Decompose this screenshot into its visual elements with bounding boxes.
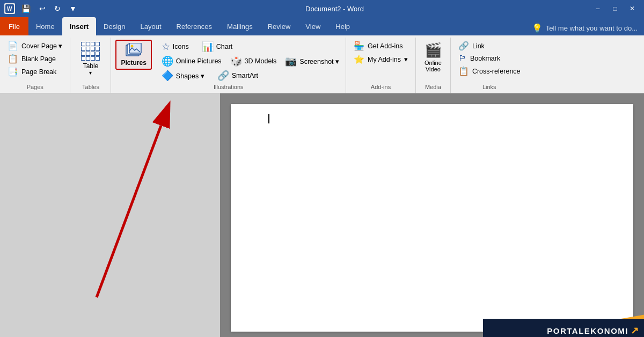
my-addins-label: My Add-ins [368, 56, 401, 63]
tab-home[interactable]: Home [28, 17, 62, 35]
tab-help[interactable]: Help [328, 17, 357, 35]
online-video-button[interactable]: 🎬 OnlineVideo [420, 40, 446, 75]
tell-me-area[interactable]: 💡 Tell me what you want to do... [525, 21, 644, 35]
my-addins-icon: ⭐ [354, 54, 364, 64]
ribbon-tabs: File Home Insert Design Layout Reference… [0, 17, 644, 35]
tab-references[interactable]: References [169, 17, 219, 35]
table-grid-icon [81, 42, 100, 61]
svg-line-7 [97, 126, 161, 297]
get-addins-label: Get Add-ins [368, 42, 402, 50]
tab-layout[interactable]: Layout [133, 17, 169, 35]
cover-page-icon: 📄 [8, 41, 18, 51]
tables-group-label: Tables [75, 83, 106, 92]
blank-page-button[interactable]: 📋 Blank Page [4, 53, 65, 65]
chart-button[interactable]: 📊 Chart [200, 40, 235, 54]
watermark-bg: PORTALEKONOMI ↗ [483, 319, 644, 337]
addins-group-label: Add-ins [350, 83, 411, 92]
illustrations-group-content: Pictures ☆ Icons 📊 Chart 🌐 [115, 40, 341, 83]
minimize-button[interactable]: – [590, 3, 605, 14]
models-3d-button[interactable]: 🎲 3D Models [228, 54, 279, 68]
tab-review[interactable]: Review [260, 17, 298, 35]
page-break-icon: 📑 [8, 67, 18, 77]
redo-qat-button[interactable]: ↻ [52, 3, 63, 14]
word-icon: W [4, 3, 15, 14]
get-addins-button[interactable]: 🏪 Get Add-ins [350, 40, 411, 52]
watermark-area: PORTALEKONOMI ↗ [483, 310, 644, 337]
restore-button[interactable]: □ [608, 3, 623, 14]
pages-group-content: 📄 Cover Page ▾ 📋 Blank Page 📑 Page Break [4, 40, 65, 83]
smartart-label: SmartArt [232, 72, 258, 79]
close-button[interactable]: ✕ [625, 3, 640, 14]
online-pictures-label: Online Pictures [176, 57, 222, 65]
pictures-icon [125, 43, 142, 59]
tab-view[interactable]: View [298, 17, 328, 35]
table-dropdown-arrow: ▾ [89, 70, 92, 76]
links-group-content: 🔗 Link 🏳 Bookmark 📋 Cross-reference [455, 40, 524, 83]
blank-page-icon: 📋 [8, 54, 18, 64]
tables-group-content: Table ▾ [75, 40, 106, 83]
get-addins-icon: 🏪 [354, 41, 364, 51]
pages-group-label: Pages [4, 83, 65, 92]
bookmark-icon: 🏳 [458, 54, 467, 63]
tables-group: Table ▾ Tables [70, 38, 111, 93]
icons-icon: ☆ [162, 41, 170, 53]
document-page[interactable] [231, 104, 633, 332]
svg-point-5 [131, 45, 134, 48]
chart-icon: 📊 [202, 41, 214, 53]
shapes-label: Shapes ▾ [176, 72, 204, 80]
cover-page-label: Cover Page ▾ [21, 42, 62, 50]
tell-me-text: Tell me what you want to do... [546, 24, 638, 32]
watermark-arrow-icon: ↗ [631, 325, 639, 336]
ribbon: 📄 Cover Page ▾ 📋 Blank Page 📑 Page Break… [0, 35, 644, 93]
smartart-button[interactable]: 🔗 SmartArt [215, 69, 260, 83]
link-button[interactable]: 🔗 Link [455, 40, 524, 52]
tab-design[interactable]: Design [96, 17, 133, 35]
online-video-icon: 🎬 [425, 42, 442, 58]
tab-mailings[interactable]: Mailings [219, 17, 260, 35]
title-bar: W 💾 ↩ ↻ ▼ Document2 - Word – □ ✕ [0, 0, 644, 17]
media-group-content: 🎬 OnlineVideo [420, 40, 446, 83]
shapes-button[interactable]: 🔷 Shapes ▾ [159, 69, 207, 83]
page-break-button[interactable]: 📑 Page Break [4, 65, 65, 78]
undo-qat-button[interactable]: ↩ [37, 3, 48, 14]
online-video-label: OnlineVideo [425, 60, 442, 72]
bookmark-button[interactable]: 🏳 Bookmark [455, 53, 524, 64]
lightbulb-icon: 💡 [532, 23, 543, 33]
tab-insert[interactable]: Insert [62, 17, 96, 35]
save-qat-button[interactable]: 💾 [19, 3, 33, 14]
online-pictures-button[interactable]: 🌐 Online Pictures [159, 54, 224, 68]
link-icon: 🔗 [458, 41, 469, 51]
window-controls: – □ ✕ [590, 3, 640, 14]
shapes-icon: 🔷 [162, 70, 173, 82]
cross-reference-button[interactable]: 📋 Cross-reference [455, 65, 524, 77]
my-addins-arrow: ▾ [404, 55, 408, 63]
smartart-icon: 🔗 [217, 70, 229, 82]
screenshot-button[interactable]: 📷 Screenshot ▾ [283, 54, 341, 68]
bookmark-label: Bookmark [470, 55, 500, 62]
tab-file[interactable]: File [0, 17, 28, 35]
cross-reference-icon: 📋 [458, 66, 469, 76]
document-area: PORTALEKONOMI ↗ [0, 93, 644, 337]
my-addins-button[interactable]: ⭐ My Add-ins ▾ [350, 53, 411, 65]
page-break-label: Page Break [21, 68, 56, 76]
svg-text:W: W [7, 6, 12, 12]
links-group: 🔗 Link 🏳 Bookmark 📋 Cross-reference Link… [451, 38, 528, 93]
title-bar-left: W 💾 ↩ ↻ ▼ [4, 3, 79, 14]
icons-label: Icons [173, 43, 189, 50]
icons-button[interactable]: ☆ Icons [159, 40, 191, 54]
pictures-button[interactable]: Pictures [115, 40, 151, 70]
table-button[interactable]: Table ▾ [75, 40, 106, 78]
screenshot-icon: 📷 [285, 55, 297, 67]
pictures-label: Pictures [121, 59, 146, 67]
customize-qat-button[interactable]: ▼ [67, 3, 79, 14]
link-label: Link [472, 42, 485, 50]
text-cursor [268, 114, 269, 123]
cover-page-button[interactable]: 📄 Cover Page ▾ [4, 40, 65, 52]
blank-page-label: Blank Page [21, 55, 56, 63]
chart-label: Chart [216, 43, 233, 50]
table-label: Table [83, 62, 99, 70]
links-group-label: Links [455, 83, 524, 92]
pages-group: 📄 Cover Page ▾ 📋 Blank Page 📑 Page Break… [0, 38, 70, 93]
watermark-text: PORTALEKONOMI [547, 326, 628, 335]
models-3d-icon: 🎲 [230, 55, 242, 67]
